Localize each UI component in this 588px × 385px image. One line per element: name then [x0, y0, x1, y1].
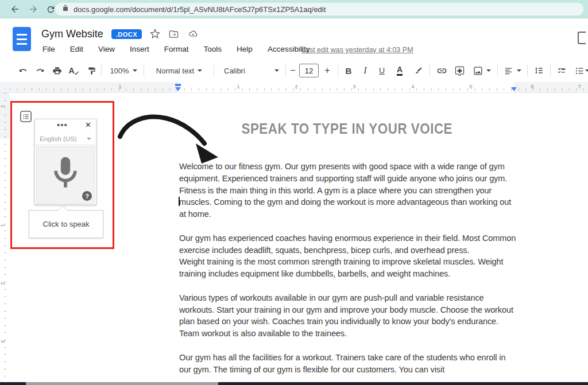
- add-comment-icon[interactable]: [452, 64, 466, 77]
- text-color-icon[interactable]: A: [394, 64, 405, 77]
- font-size-input[interactable]: 12: [299, 64, 319, 77]
- paragraph[interactable]: Our gym has all the facilities for a wor…: [179, 352, 517, 376]
- bold-icon[interactable]: B: [343, 64, 354, 77]
- separator: [497, 65, 498, 76]
- video-progress-segment: [26, 382, 218, 385]
- vruler-mark: 1: [0, 104, 6, 107]
- menu-tools[interactable]: Tools: [204, 45, 222, 53]
- ruler-mark: 4: [411, 84, 414, 90]
- menu-view[interactable]: View: [98, 45, 115, 53]
- undo-icon[interactable]: [16, 64, 30, 77]
- star-icon[interactable]: [150, 29, 160, 39]
- history-icon[interactable]: [578, 32, 586, 44]
- ruler-mark: 3: [353, 84, 355, 90]
- first-line-indent-marker[interactable]: [175, 84, 181, 86]
- underline-icon[interactable]: U: [376, 64, 388, 77]
- text-cursor: [179, 197, 180, 206]
- insert-link-icon[interactable]: [434, 64, 449, 77]
- ruler-mark: 6: [531, 84, 533, 90]
- insert-image-icon[interactable]: [471, 64, 493, 77]
- ruler-mark: 1: [237, 84, 239, 90]
- menu-file[interactable]: File: [42, 45, 55, 53]
- paragraph[interactable]: Welcome to our fitness gym. Our gym pres…: [179, 161, 517, 220]
- menu-help[interactable]: Help: [237, 45, 253, 53]
- move-to-folder-icon[interactable]: [168, 29, 179, 39]
- forward-icon[interactable]: [26, 2, 40, 16]
- decrease-font-size-button[interactable]: −: [288, 64, 297, 77]
- paragraph[interactable]: Various types of workouts available in o…: [179, 292, 517, 340]
- back-icon[interactable]: [8, 2, 22, 16]
- lock-icon[interactable]: [62, 4, 69, 14]
- separator: [285, 65, 286, 76]
- url-text: docs.google.com/document/d/1r5pl_ASvNU8t…: [74, 5, 326, 14]
- document-heading[interactable]: SPEAK TO TYPE IN YOUR VOICE: [179, 120, 515, 137]
- ruler-text-band: [178, 82, 514, 92]
- video-progress-bar[interactable]: [0, 382, 588, 385]
- checklist-icon[interactable]: [554, 64, 570, 77]
- italic-icon[interactable]: I: [359, 64, 371, 77]
- separator: [214, 65, 214, 76]
- ruler-ticks: [10, 88, 588, 91]
- docx-format-badge: .DOCX: [111, 29, 142, 39]
- separator: [144, 65, 144, 76]
- formatting-toolbar: A 100% Normal text Calibri − 12 + B I U …: [0, 59, 588, 82]
- ruler-mark: 2: [295, 84, 297, 90]
- redo-icon[interactable]: [33, 64, 47, 77]
- paragraph[interactable]: Our gym has experienced coaches having e…: [179, 232, 517, 280]
- separator: [550, 65, 551, 76]
- left-indent-marker[interactable]: [175, 87, 181, 91]
- menu-insert[interactable]: Insert: [130, 45, 149, 53]
- ruler-mark: 1: [118, 84, 121, 90]
- separator: [101, 65, 102, 76]
- right-indent-marker[interactable]: [511, 87, 517, 91]
- menu-bar: FileEditViewInsertFormatToolsHelpAccessi…: [42, 45, 310, 53]
- vertical-ruler[interactable]: 1123: [0, 93, 10, 385]
- menu-edit[interactable]: Edit: [70, 45, 83, 53]
- print-icon[interactable]: [50, 64, 64, 77]
- document-title[interactable]: Gym Website: [41, 28, 103, 40]
- menu-format[interactable]: Format: [164, 45, 189, 53]
- ruler-mark: 7: [578, 84, 581, 90]
- last-edit-link[interactable]: Last edit was yesterday at 4:03 PM: [301, 46, 413, 54]
- increase-font-size-button[interactable]: +: [323, 64, 332, 77]
- spellcheck-icon[interactable]: A: [67, 64, 82, 77]
- vruler-mark: 3: [0, 340, 6, 343]
- document-body-text[interactable]: Welcome to our fitness gym. Our gym pres…: [179, 161, 517, 385]
- annotation-arrow-icon: [111, 109, 226, 169]
- chevron-down-icon[interactable]: [585, 64, 588, 77]
- screen: docs.google.com/document/d/1r5pl_ASvNU8t…: [0, 0, 588, 385]
- line-spacing-icon[interactable]: [531, 64, 547, 77]
- browser-toolbar: docs.google.com/document/d/1r5pl_ASvNU8t…: [0, 0, 588, 18]
- horizontal-ruler[interactable]: 11234567: [0, 82, 588, 93]
- cloud-saved-icon[interactable]: [187, 29, 199, 38]
- docs-header: Gym Website .DOCX FileEditViewInsertForm…: [0, 18, 588, 59]
- google-docs-logo-icon[interactable]: [13, 27, 31, 51]
- address-bar[interactable]: docs.google.com/document/d/1r5pl_ASvNU8t…: [55, 3, 583, 15]
- vruler-mark: 1: [0, 224, 6, 227]
- separator: [527, 65, 528, 76]
- zoom-select[interactable]: 100%: [107, 64, 140, 77]
- vruler-mark: 2: [0, 282, 6, 285]
- font-family-select[interactable]: Calibri: [220, 64, 283, 77]
- highlight-color-icon[interactable]: [411, 64, 425, 77]
- paint-format-icon[interactable]: [84, 64, 98, 77]
- annotation-red-box: [10, 101, 114, 249]
- separator: [338, 65, 338, 76]
- separator: [430, 65, 430, 76]
- ruler-mark: 5: [469, 84, 472, 90]
- align-icon[interactable]: [502, 64, 523, 77]
- paragraph-style-select[interactable]: Normal text: [150, 64, 208, 77]
